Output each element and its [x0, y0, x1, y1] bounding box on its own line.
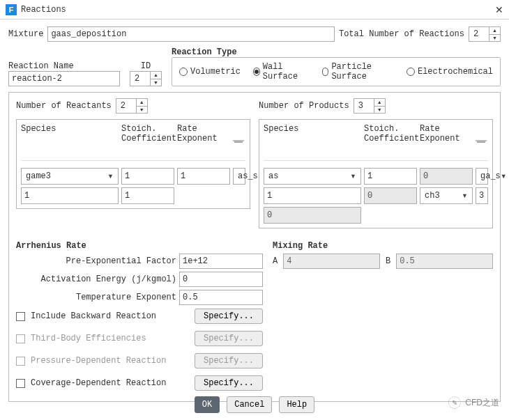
total-spinner[interactable]: 2 ▲▼: [469, 26, 501, 42]
mixing-b-input: 0.5: [396, 254, 493, 269]
dialog-buttons: OK Cancel Help: [0, 396, 509, 413]
title-bar: F Reactions ✕: [0, 0, 509, 20]
radio-electrochemical[interactable]: Electrochemical: [407, 67, 493, 77]
reactant-species-dropdown[interactable]: game3▼: [21, 168, 119, 185]
temp-exp-label: Temperature Exponent: [76, 293, 176, 302]
reactants-count-spinner[interactable]: 2 ▲▼: [116, 98, 148, 114]
col-rate: Rate Exponent: [177, 124, 230, 146]
pre-exp-input[interactable]: 1e+12: [179, 254, 263, 269]
app-icon: F: [6, 4, 17, 15]
reaction-type-group: Volumetric Wall Surface Particle Surface…: [172, 57, 501, 86]
reactants-scrollbar[interactable]: [233, 140, 244, 141]
third-body-label: Third-Body Efficiencies: [31, 334, 146, 343]
product-rate-input: 0: [264, 207, 361, 224]
product-species-dropdown[interactable]: ga_s▼: [476, 168, 488, 185]
reactant-rate-input[interactable]: 1: [177, 168, 230, 185]
products-panel: Species Stoich. Coefficient Rate Exponen…: [259, 119, 493, 228]
radio-particle-surface[interactable]: Particle Surface: [322, 62, 394, 81]
col-stoich: Stoich. Coefficient: [121, 124, 174, 146]
chevron-down-icon: ▼: [350, 173, 356, 180]
col-rate: Rate Exponent: [420, 124, 473, 146]
mixing-b-label: B: [386, 256, 390, 266]
reaction-type-label: Reaction Type: [172, 47, 501, 57]
pressure-checkbox: [16, 357, 25, 366]
product-stoich-input[interactable]: 3: [476, 187, 488, 204]
window-title: Reactions: [21, 5, 66, 15]
product-stoich-input[interactable]: 1: [264, 187, 361, 204]
col-species: Species: [21, 124, 119, 146]
main-panel: Number of Reactants 2 ▲▼ Species Stoich.…: [8, 92, 501, 402]
spin-up-icon[interactable]: ▲: [489, 27, 500, 35]
radio-wall-surface[interactable]: Wall Surface: [253, 62, 310, 81]
arrhenius-title: Arrhenius Rate: [16, 241, 263, 251]
col-species: Species: [264, 124, 361, 146]
products-count-spinner[interactable]: 3 ▲▼: [354, 98, 386, 114]
reactants-count-label: Number of Reactants: [16, 101, 112, 111]
cancel-button[interactable]: Cancel: [227, 396, 272, 413]
ok-button[interactable]: OK: [195, 396, 220, 413]
reactant-stoich-input[interactable]: 1: [121, 168, 174, 185]
product-species-dropdown[interactable]: ch3▼: [420, 187, 473, 204]
reactant-species-dropdown[interactable]: as_s▼: [233, 168, 245, 185]
chevron-down-icon: ▼: [462, 192, 468, 199]
wechat-icon: ✎: [448, 396, 461, 409]
watermark: ✎ CFD之道: [448, 396, 499, 409]
third-body-specify-button: Specify...: [195, 331, 263, 346]
third-body-checkbox: [16, 334, 25, 343]
act-energy-input[interactable]: 0: [179, 272, 263, 287]
id-label: ID: [130, 61, 162, 71]
backward-specify-button[interactable]: Specify...: [195, 309, 263, 324]
product-stoich-input[interactable]: 1: [364, 168, 417, 185]
product-rate-input: 0: [364, 187, 417, 204]
col-stoich: Stoich. Coefficient: [364, 124, 417, 146]
temp-exp-input[interactable]: 0.5: [179, 290, 263, 305]
reaction-name-label: Reaction Name: [8, 61, 120, 71]
pressure-specify-button: Specify...: [195, 353, 263, 368]
act-energy-label: Activation Energy (j/kgmol): [41, 274, 176, 284]
reactant-stoich-input[interactable]: 1: [21, 187, 119, 204]
radio-volumetric[interactable]: Volumetric: [179, 67, 241, 77]
chevron-down-icon: ▼: [501, 173, 507, 180]
backward-label: Include Backward Reaction: [31, 311, 156, 321]
mixing-title: Mixing Rate: [273, 241, 493, 251]
spin-down-icon[interactable]: ▼: [489, 35, 500, 42]
help-button[interactable]: Help: [279, 396, 314, 413]
coverage-checkbox[interactable]: [16, 379, 25, 388]
coverage-label: Coverage-Dependent Reaction: [31, 378, 166, 388]
backward-checkbox[interactable]: [16, 312, 25, 321]
reactants-panel: Species Stoich. Coefficient Rate Exponen…: [16, 119, 250, 209]
chevron-down-icon: ▼: [107, 173, 114, 180]
mixing-a-input: 4: [283, 254, 380, 269]
product-rate-input: 0: [420, 168, 473, 185]
mixture-input[interactable]: gaas_deposition: [47, 26, 335, 42]
id-spinner[interactable]: 2 ▲▼: [130, 71, 162, 86]
spin-up-icon[interactable]: ▲: [151, 72, 161, 79]
mixture-label: Mixture: [8, 29, 43, 39]
product-species-dropdown[interactable]: as▼: [264, 168, 361, 185]
reactant-rate-input[interactable]: 1: [121, 187, 174, 204]
mixing-a-label: A: [273, 256, 278, 266]
products-scrollbar[interactable]: [476, 140, 487, 141]
pressure-label: Pressure-Dependent Reaction: [31, 356, 166, 366]
total-label: Total Number of Reactions: [339, 29, 464, 39]
products-count-label: Number of Products: [259, 101, 349, 111]
reaction-name-input[interactable]: reaction-2: [8, 71, 120, 86]
pre-exp-label: Pre-Exponential Factor: [66, 256, 176, 266]
spin-down-icon[interactable]: ▼: [151, 79, 161, 86]
coverage-specify-button[interactable]: Specify...: [195, 375, 263, 391]
close-icon[interactable]: ✕: [495, 4, 503, 15]
